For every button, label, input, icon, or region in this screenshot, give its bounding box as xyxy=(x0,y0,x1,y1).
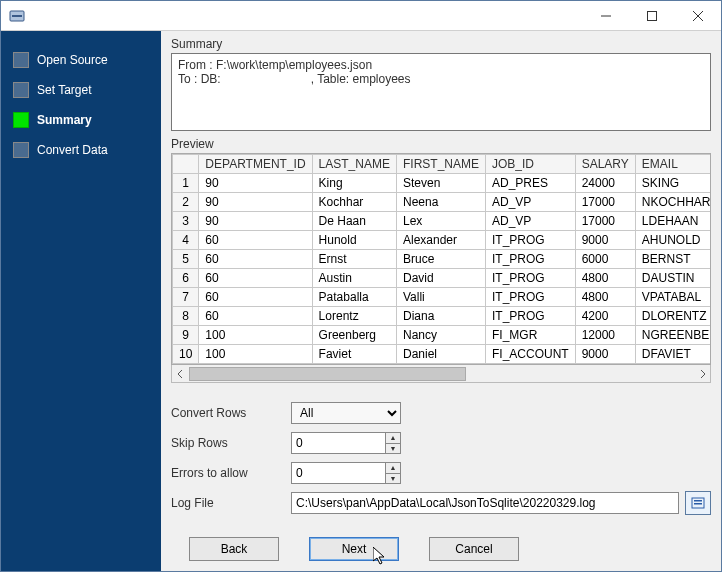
grid-cell[interactable]: 9000 xyxy=(575,345,635,364)
column-header[interactable]: JOB_ID xyxy=(485,155,575,174)
scroll-left-icon[interactable] xyxy=(172,366,189,382)
table-row[interactable]: 860LorentzDianaIT_PROG4200DLORENTZ103 xyxy=(173,307,712,326)
skip-rows-down-icon[interactable]: ▼ xyxy=(386,444,400,454)
summary-textbox[interactable]: From : F:\work\temp\employees.json To : … xyxy=(171,53,711,131)
grid-cell[interactable]: 90 xyxy=(199,212,312,231)
grid-cell[interactable]: LDEHAAN xyxy=(635,212,711,231)
grid-cell[interactable]: Ernst xyxy=(312,250,396,269)
grid-cell[interactable]: 9000 xyxy=(575,231,635,250)
column-header[interactable]: LAST_NAME xyxy=(312,155,396,174)
grid-cell[interactable]: AHUNOLD xyxy=(635,231,711,250)
grid-cell[interactable]: AD_VP xyxy=(485,193,575,212)
grid-cell[interactable]: NKOCHHAR xyxy=(635,193,711,212)
grid-cell[interactable]: FI_ACCOUNT xyxy=(485,345,575,364)
column-header[interactable]: EMAIL xyxy=(635,155,711,174)
grid-cell[interactable]: DAUSTIN xyxy=(635,269,711,288)
grid-cell[interactable]: Kochhar xyxy=(312,193,396,212)
browse-log-button[interactable] xyxy=(685,491,711,515)
grid-cell[interactable]: DLORENTZ xyxy=(635,307,711,326)
wizard-step-convert-data[interactable]: Convert Data xyxy=(7,135,155,165)
table-row[interactable]: 560ErnstBruceIT_PROG6000BERNST103 xyxy=(173,250,712,269)
wizard-step-open-source[interactable]: Open Source xyxy=(7,45,155,75)
grid-cell[interactable]: Alexander xyxy=(396,231,485,250)
close-button[interactable] xyxy=(675,1,721,31)
scrollbar-thumb[interactable] xyxy=(189,367,466,381)
grid-cell[interactable]: Pataballa xyxy=(312,288,396,307)
wizard-step-set-target[interactable]: Set Target xyxy=(7,75,155,105)
grid-cell[interactable]: 6000 xyxy=(575,250,635,269)
table-row[interactable]: 290KochharNeenaAD_VP17000NKOCHHAR100 xyxy=(173,193,712,212)
grid-cell[interactable]: 60 xyxy=(199,288,312,307)
cancel-button[interactable]: Cancel xyxy=(429,537,519,561)
grid-cell[interactable]: Nancy xyxy=(396,326,485,345)
table-row[interactable]: 760PataballaValliIT_PROG4800VPATABAL103 xyxy=(173,288,712,307)
grid-cell[interactable]: 60 xyxy=(199,269,312,288)
grid-cell[interactable]: FI_MGR xyxy=(485,326,575,345)
errors-input[interactable] xyxy=(291,462,385,484)
errors-down-icon[interactable]: ▼ xyxy=(386,474,400,484)
table-row[interactable]: 10100FavietDanielFI_ACCOUNT9000DFAVIET10… xyxy=(173,345,712,364)
grid-cell[interactable]: Faviet xyxy=(312,345,396,364)
grid-cell[interactable]: IT_PROG xyxy=(485,231,575,250)
next-button[interactable]: Next xyxy=(309,537,399,561)
back-button[interactable]: Back xyxy=(189,537,279,561)
grid-cell[interactable]: 90 xyxy=(199,174,312,193)
grid-cell[interactable]: 17000 xyxy=(575,193,635,212)
grid-cell[interactable]: IT_PROG xyxy=(485,250,575,269)
grid-cell[interactable]: King xyxy=(312,174,396,193)
grid-cell[interactable]: 100 xyxy=(199,345,312,364)
grid-cell[interactable]: Greenberg xyxy=(312,326,396,345)
grid-cell[interactable]: Valli xyxy=(396,288,485,307)
grid-cell[interactable]: 60 xyxy=(199,250,312,269)
grid-cell[interactable]: Diana xyxy=(396,307,485,326)
scroll-right-icon[interactable] xyxy=(693,366,710,382)
grid-cell[interactable]: 24000 xyxy=(575,174,635,193)
table-row[interactable]: 390De HaanLexAD_VP17000LDEHAAN100 xyxy=(173,212,712,231)
grid-cell[interactable]: 4800 xyxy=(575,288,635,307)
skip-rows-up-icon[interactable]: ▲ xyxy=(386,433,400,444)
grid-cell[interactable]: BERNST xyxy=(635,250,711,269)
table-row[interactable]: 190KingStevenAD_PRES24000SKING xyxy=(173,174,712,193)
skip-rows-input[interactable] xyxy=(291,432,385,454)
minimize-button[interactable] xyxy=(583,1,629,31)
grid-cell[interactable]: Neena xyxy=(396,193,485,212)
grid-cell[interactable]: IT_PROG xyxy=(485,307,575,326)
maximize-button[interactable] xyxy=(629,1,675,31)
table-row[interactable]: 460HunoldAlexanderIT_PROG9000AHUNOLD102 xyxy=(173,231,712,250)
grid-cell[interactable]: SKING xyxy=(635,174,711,193)
grid-cell[interactable]: David xyxy=(396,269,485,288)
column-header[interactable]: SALARY xyxy=(575,155,635,174)
wizard-step-summary[interactable]: Summary xyxy=(7,105,155,135)
grid-cell[interactable]: 100 xyxy=(199,326,312,345)
grid-cell[interactable]: Daniel xyxy=(396,345,485,364)
grid-cell[interactable]: Lex xyxy=(396,212,485,231)
grid-cell[interactable]: Hunold xyxy=(312,231,396,250)
grid-cell[interactable]: De Haan xyxy=(312,212,396,231)
grid-cell[interactable]: 17000 xyxy=(575,212,635,231)
grid-cell[interactable]: VPATABAL xyxy=(635,288,711,307)
log-file-input[interactable] xyxy=(291,492,679,514)
grid-cell[interactable]: 4800 xyxy=(575,269,635,288)
errors-up-icon[interactable]: ▲ xyxy=(386,463,400,474)
grid-cell[interactable]: Austin xyxy=(312,269,396,288)
grid-cell[interactable]: AD_PRES xyxy=(485,174,575,193)
grid-cell[interactable]: IT_PROG xyxy=(485,288,575,307)
grid-cell[interactable]: 60 xyxy=(199,307,312,326)
table-row[interactable]: 660AustinDavidIT_PROG4800DAUSTIN103 xyxy=(173,269,712,288)
scrollbar-track[interactable] xyxy=(189,367,693,381)
grid-cell[interactable]: 4200 xyxy=(575,307,635,326)
grid-cell[interactable]: 60 xyxy=(199,231,312,250)
grid-cell[interactable]: NGREENBE xyxy=(635,326,711,345)
grid-cell[interactable]: 90 xyxy=(199,193,312,212)
table-row[interactable]: 9100GreenbergNancyFI_MGR12000NGREENBE101 xyxy=(173,326,712,345)
horizontal-scrollbar[interactable] xyxy=(171,365,711,383)
column-header[interactable]: DEPARTMENT_ID xyxy=(199,155,312,174)
grid-cell[interactable]: Steven xyxy=(396,174,485,193)
grid-cell[interactable]: Lorentz xyxy=(312,307,396,326)
grid-cell[interactable]: 12000 xyxy=(575,326,635,345)
grid-cell[interactable]: IT_PROG xyxy=(485,269,575,288)
grid-cell[interactable]: Bruce xyxy=(396,250,485,269)
column-header[interactable]: FIRST_NAME xyxy=(396,155,485,174)
grid-cell[interactable]: DFAVIET xyxy=(635,345,711,364)
grid-cell[interactable]: AD_VP xyxy=(485,212,575,231)
